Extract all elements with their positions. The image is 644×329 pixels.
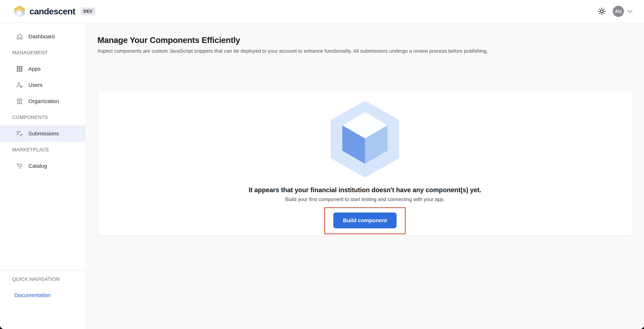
app-window: candescent DEV: [0, 0, 644, 329]
sidebar-item-organization[interactable]: Organization: [0, 93, 86, 109]
chevron-down-icon: [628, 10, 632, 13]
home-icon: [16, 33, 23, 40]
empty-state-card: It appears that your financial instituti…: [98, 91, 632, 235]
sidebar-item-apps[interactable]: Apps: [0, 61, 86, 77]
candescent-logo-icon: [14, 6, 25, 17]
user-gear-icon: [16, 81, 23, 89]
sidebar-item-label: Dashboard: [28, 34, 55, 40]
brand-wordmark: candescent: [30, 6, 75, 16]
user-menu-button[interactable]: AU: [613, 6, 632, 17]
sidebar-section-components: COMPONENTS: [0, 109, 86, 126]
sidebar-item-dashboard[interactable]: Dashboard: [0, 29, 86, 45]
quick-navigation-panel: QUICK NAVIGATION Documentation: [0, 270, 86, 329]
quick-navigation-label: QUICK NAVIGATION: [12, 276, 86, 282]
env-badge: DEV: [81, 8, 96, 15]
sidebar-item-label: Catalog: [28, 163, 47, 169]
theme-toggle-button[interactable]: [598, 7, 606, 16]
sidebar-item-submissions[interactable]: Submissions: [0, 126, 86, 142]
sun-icon: [598, 7, 606, 16]
main-content: Manage Your Components Efficiently Aspec…: [86, 23, 644, 329]
sidebar-item-label: Submissions: [28, 131, 59, 137]
page-subtitle: Aspect components are custom JavaScript …: [98, 48, 632, 54]
sidebar-item-label: Apps: [28, 66, 40, 72]
sidebar-item-catalog[interactable]: Catalog: [0, 158, 86, 174]
sidebar-section-management: MANAGEMENT: [0, 45, 86, 61]
brand: candescent DEV: [14, 6, 96, 17]
annotation-highlight-box: Build component: [324, 207, 406, 234]
component-cube-illustration: [331, 101, 399, 177]
cart-icon: [16, 162, 23, 170]
empty-state-subheading: Build your first component to start test…: [285, 196, 444, 203]
empty-state-heading: It appears that your financial instituti…: [249, 186, 482, 194]
sidebar-item-label: Users: [28, 82, 42, 88]
sidebar: Dashboard MANAGEMENT Apps: [0, 23, 86, 329]
sidebar-item-users[interactable]: Users: [0, 77, 86, 93]
bank-icon: [16, 97, 23, 105]
top-bar-actions: AU: [598, 6, 632, 17]
avatar: AU: [613, 6, 624, 17]
sidebar-nav: Dashboard MANAGEMENT Apps: [0, 23, 86, 174]
list-edit-icon: [16, 130, 23, 137]
build-component-button[interactable]: Build component: [333, 212, 397, 228]
page-title: Manage Your Components Efficiently: [98, 35, 632, 45]
top-bar: candescent DEV: [0, 0, 644, 23]
sidebar-item-label: Organization: [28, 98, 59, 104]
apps-grid-icon: [16, 65, 23, 73]
sidebar-section-marketplace: MARKETPLACE: [0, 142, 86, 158]
documentation-link[interactable]: Documentation: [14, 292, 51, 298]
